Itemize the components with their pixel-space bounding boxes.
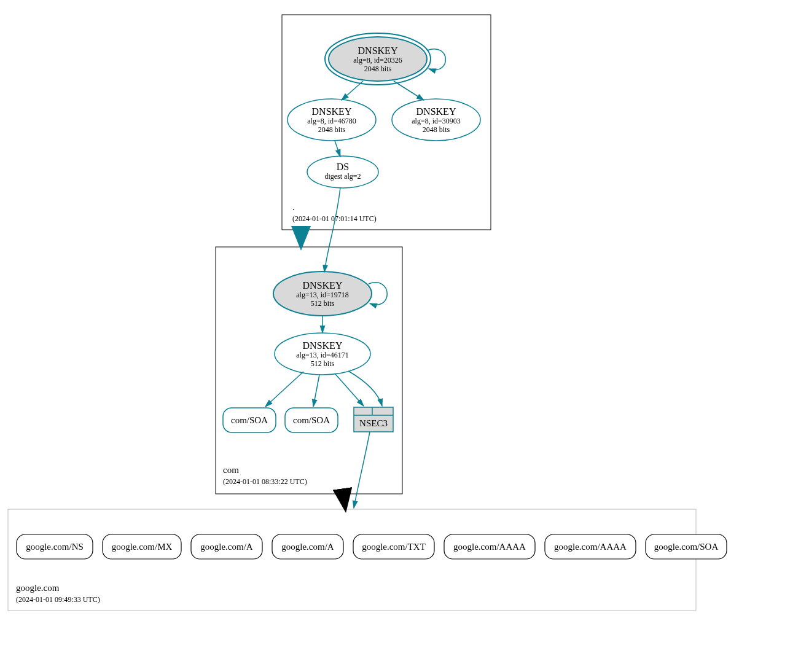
svg-text:google.com/A: google.com/A	[281, 542, 334, 552]
svg-text:alg=13, id=19718: alg=13, id=19718	[296, 291, 349, 299]
zone-com-timestamp: (2024-01-01 08:33:22 UTC)	[223, 477, 307, 486]
svg-text:512 bits: 512 bits	[311, 299, 335, 308]
node-google-ns: google.com/NS	[17, 534, 93, 559]
svg-text:alg=8, id=30903: alg=8, id=30903	[412, 117, 461, 125]
svg-text:512 bits: 512 bits	[311, 359, 335, 368]
svg-text:com/SOA: com/SOA	[231, 415, 268, 425]
svg-text:digest alg=2: digest alg=2	[324, 172, 361, 181]
svg-text:DNSKEY: DNSKEY	[416, 106, 456, 117]
svg-text:google.com/A: google.com/A	[200, 542, 253, 552]
svg-text:2048 bits: 2048 bits	[423, 125, 450, 134]
svg-text:google.com/AAAA: google.com/AAAA	[554, 542, 627, 552]
zone-google-box	[8, 509, 696, 611]
node-com-zsk: DNSKEY alg=13, id=46171 512 bits	[275, 333, 370, 375]
svg-text:com/SOA: com/SOA	[293, 415, 330, 425]
svg-text:alg=13, id=46171: alg=13, id=46171	[296, 351, 349, 359]
node-com-soa-1: com/SOA	[223, 408, 276, 432]
zone-google-label: google.com	[16, 583, 60, 593]
svg-text:DNSKEY: DNSKEY	[303, 340, 343, 351]
edge-nsec3-to-google	[354, 432, 370, 508]
edge-root-ksk-self	[427, 49, 445, 70]
node-google-txt: google.com/TXT	[353, 534, 434, 559]
svg-text:alg=8, id=20326: alg=8, id=20326	[353, 56, 402, 64]
edge-com-zsk-soa2	[313, 375, 319, 407]
svg-text:NSEC3: NSEC3	[359, 418, 388, 428]
edge-root-ksk-zsk2	[394, 81, 424, 100]
svg-text:2048 bits: 2048 bits	[364, 64, 392, 73]
zone-com-label: com	[223, 465, 239, 475]
node-com-soa-2: com/SOA	[285, 408, 338, 432]
node-com-nsec3: NSEC3	[354, 407, 393, 432]
edge-com-to-google-black	[344, 494, 345, 508]
svg-text:DS: DS	[337, 162, 349, 172]
edge-root-zsk1-ds	[335, 141, 340, 157]
zone-root-label: .	[292, 202, 295, 212]
svg-text:google.com/TXT: google.com/TXT	[362, 542, 426, 552]
edge-com-zsk-nsec3-b	[348, 371, 382, 406]
svg-text:2048 bits: 2048 bits	[318, 125, 346, 134]
zone-google-timestamp: (2024-01-01 09:49:33 UTC)	[16, 595, 100, 604]
svg-text:DNSKEY: DNSKEY	[358, 45, 398, 56]
dnssec-diagram: . (2024-01-01 07:01:14 UTC) DNSKEY alg=8…	[0, 0, 809, 672]
node-google-aaaa-2: google.com/AAAA	[545, 534, 636, 559]
svg-text:google.com/MX: google.com/MX	[112, 542, 173, 552]
edge-root-to-com	[301, 230, 305, 246]
svg-text:alg=8, id=46780: alg=8, id=46780	[307, 117, 356, 125]
node-google-a-1: google.com/A	[191, 534, 262, 559]
svg-text:google.com/AAAA: google.com/AAAA	[453, 542, 526, 552]
node-google-aaaa-1: google.com/AAAA	[444, 534, 535, 559]
edge-com-zsk-soa1	[265, 372, 303, 407]
node-root-ds: DS digest alg=2	[307, 156, 378, 188]
node-com-ksk: DNSKEY alg=13, id=19718 512 bits	[273, 272, 372, 316]
svg-text:google.com/SOA: google.com/SOA	[654, 542, 719, 552]
node-root-zsk1: DNSKEY alg=8, id=46780 2048 bits	[287, 99, 376, 141]
svg-text:DNSKEY: DNSKEY	[303, 280, 343, 291]
node-root-zsk2: DNSKEY alg=8, id=30903 2048 bits	[392, 99, 480, 141]
svg-text:DNSKEY: DNSKEY	[312, 106, 352, 117]
svg-text:google.com/NS: google.com/NS	[26, 542, 84, 552]
node-root-ksk: DNSKEY alg=8, id=20326 2048 bits	[325, 33, 431, 85]
node-google-soa: google.com/SOA	[646, 534, 727, 559]
node-google-mx: google.com/MX	[103, 534, 181, 559]
edge-root-ksk-zsk1	[342, 81, 363, 100]
node-google-a-2: google.com/A	[272, 534, 343, 559]
